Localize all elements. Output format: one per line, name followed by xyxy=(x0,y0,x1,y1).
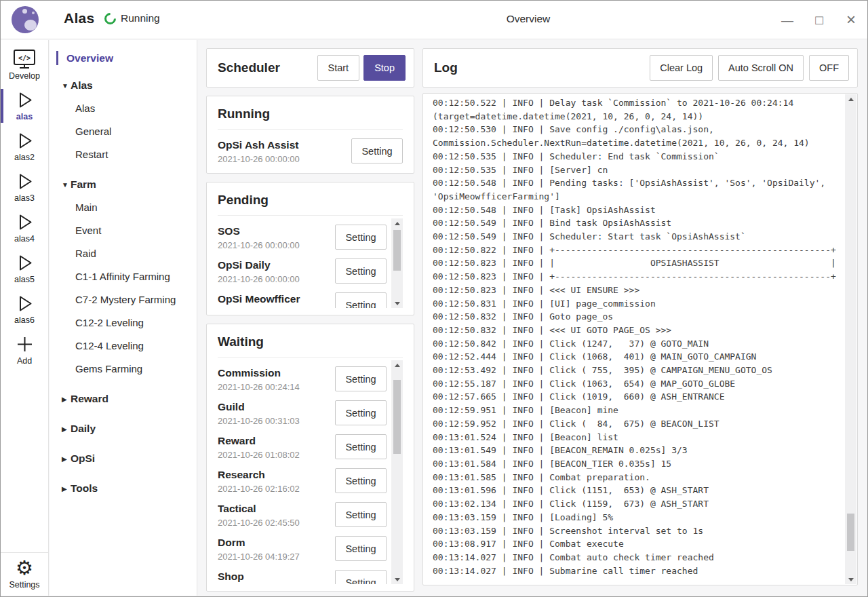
nav-item[interactable]: ▶Daily xyxy=(50,417,197,440)
log-lines: 00:12:50.522 | INFO | Delay task `Commis… xyxy=(433,96,840,582)
log-line: 00:12:55.187 | INFO | Click (1063, 654) … xyxy=(433,377,840,391)
nav-item[interactable]: General xyxy=(50,120,197,143)
scroll-up-arrow-icon[interactable] xyxy=(391,218,403,228)
task-name: Shop xyxy=(218,569,328,583)
task-setting-button[interactable]: Setting xyxy=(335,366,387,391)
waiting-scrollbar[interactable] xyxy=(391,360,403,584)
page-title: Overview xyxy=(197,13,859,25)
tree-arrow-icon: ▶ xyxy=(62,418,71,441)
tree-arrow-icon: ▼ xyxy=(62,75,71,98)
auto-scroll-on-button[interactable]: Auto Scroll ON xyxy=(718,55,804,81)
task-name: OpSi Meowfficer Farming xyxy=(218,292,328,308)
nav-item[interactable]: Main xyxy=(50,196,197,219)
nav-item[interactable]: ▼Alas xyxy=(50,74,197,97)
nav-item[interactable]: Restart xyxy=(50,143,197,166)
task-setting-button[interactable]: Setting xyxy=(335,434,387,459)
log-line: 00:12:50.822 | INFO | +-----------------… xyxy=(433,244,840,257)
nav-item[interactable]: Event xyxy=(50,219,197,242)
rail-item[interactable]: </> xyxy=(1,45,48,85)
nav-item[interactable]: ▶OpSi xyxy=(50,447,197,470)
rail-item[interactable]: </> xyxy=(1,167,48,208)
minimize-icon[interactable]: — xyxy=(781,14,794,26)
task-setting-button[interactable]: Setting xyxy=(335,258,387,284)
log-panel: 00:12:50.522 | INFO | Delay task `Commis… xyxy=(422,93,858,585)
maximize-icon[interactable]: □ xyxy=(812,14,826,26)
rail-item[interactable]: </> xyxy=(1,208,48,248)
nav-item-label: General xyxy=(75,126,111,137)
app-window: Alas Running Overview — □ × </> xyxy=(0,0,868,597)
task-setting-button[interactable]: Setting xyxy=(351,138,403,163)
nav-item-label: Restart xyxy=(75,149,108,160)
pending-scrollbar[interactable] xyxy=(391,218,403,308)
nav-item-label: Tools xyxy=(71,482,98,494)
start-button[interactable]: Start xyxy=(317,55,360,81)
task-setting-button[interactable]: Setting xyxy=(335,400,387,425)
rail-item[interactable]: </> xyxy=(1,248,48,289)
rail-item-label: Add xyxy=(17,356,32,366)
nav-item-label: C12-4 Leveling xyxy=(75,340,144,351)
tree-arrow-icon: ▶ xyxy=(62,478,71,501)
scrollbar-thumb[interactable] xyxy=(393,230,401,271)
scroll-up-arrow-icon[interactable] xyxy=(845,94,856,104)
nav-item-overview[interactable]: Overview xyxy=(56,49,197,67)
running-section: Running OpSi Ash Assist 2021-10-26 00:00… xyxy=(206,96,414,174)
log-scrollbar[interactable] xyxy=(845,94,856,584)
nav-item[interactable]: ▶Reward xyxy=(50,387,197,410)
task-setting-button[interactable]: Setting xyxy=(335,292,387,308)
play-icon xyxy=(14,130,35,151)
task-row: OpSi Meowfficer Farming Setting xyxy=(218,286,387,308)
nav-item-label: OpSi xyxy=(71,452,95,464)
task-row: OpSi Daily 2021-10-26 00:00:00 Setting xyxy=(218,252,387,286)
task-next-run-time: 2021-10-26 02:16:02 xyxy=(218,484,335,494)
nav-item-label: C12-2 Leveling xyxy=(75,317,144,328)
rail-item[interactable]: </> xyxy=(1,126,48,167)
log-line: 00:12:57.665 | INFO | Click (1019, 660) … xyxy=(433,390,840,404)
task-name: Dorm xyxy=(218,535,328,550)
task-row: OpSi Ash Assist 2021-10-26 00:00:00 Sett… xyxy=(218,132,403,166)
nav-item[interactable]: Alas xyxy=(50,97,197,120)
scroll-down-arrow-icon[interactable] xyxy=(845,575,856,584)
nav-item[interactable]: C12-4 Leveling xyxy=(50,334,197,358)
task-setting-button[interactable]: Setting xyxy=(335,468,387,493)
task-row: Dorm 2021-10-26 04:19:27 Setting xyxy=(218,530,387,564)
rail-item-label: alas3 xyxy=(14,193,35,203)
clear-log-button[interactable]: Clear Log xyxy=(650,55,713,81)
nav-item[interactable]: C12-2 Leveling xyxy=(50,311,197,334)
log-line: 00:13:01.549 | INFO | [BEACON_REMAIN 0.0… xyxy=(433,444,840,457)
scrollbar-thumb[interactable] xyxy=(393,380,401,454)
rail-item[interactable]: </> xyxy=(1,330,48,370)
running-spinner-icon xyxy=(102,10,118,26)
stop-button[interactable]: Stop xyxy=(363,55,406,81)
task-setting-button[interactable]: Setting xyxy=(335,536,387,561)
scrollbar-thumb[interactable] xyxy=(847,514,854,552)
auto-scroll-off-button[interactable]: OFF xyxy=(809,55,849,81)
nav-item[interactable]: C7-2 Mystery Farming xyxy=(50,288,197,311)
log-line: 00:13:03.159 | INFO | [Loading] 5% xyxy=(433,511,840,524)
rail-item[interactable]: </> xyxy=(1,85,48,126)
task-name: Guild xyxy=(218,400,328,414)
scroll-down-arrow-icon[interactable] xyxy=(391,298,403,308)
nav-item[interactable]: C1-1 Affinity Farming xyxy=(50,265,197,288)
task-next-run-time: 2021-10-26 00:31:03 xyxy=(218,416,335,426)
scroll-down-arrow-icon[interactable] xyxy=(391,575,403,584)
nav-item[interactable]: ▼Farm xyxy=(50,173,197,196)
play-icon xyxy=(14,252,35,273)
play-icon xyxy=(14,212,35,233)
scheduler-column: Scheduler Start Stop Running OpSi Ash As… xyxy=(206,48,414,592)
nav-item[interactable]: Gems Farming xyxy=(50,358,197,381)
scroll-up-arrow-icon[interactable] xyxy=(391,360,403,370)
task-setting-button[interactable]: Setting xyxy=(335,570,387,584)
task-setting-button[interactable]: Setting xyxy=(335,225,387,250)
log-line: 00:12:52.444 | INFO | Click (1068, 401) … xyxy=(433,350,840,364)
nav-item[interactable]: ▶Tools xyxy=(50,477,197,500)
nav-item[interactable]: Raid xyxy=(50,242,197,265)
task-name: Commission xyxy=(218,366,328,380)
task-setting-button[interactable]: Setting xyxy=(335,502,387,527)
rail-item-settings[interactable]: ⚙ Settings xyxy=(1,552,48,596)
rail-item-label: alas xyxy=(16,112,33,121)
gear-icon: ⚙ xyxy=(16,558,33,579)
rail-item[interactable]: </> xyxy=(1,289,48,330)
play-icon xyxy=(14,293,35,314)
log-line: 00:12:50.842 | INFO | Click (1247, 37) @… xyxy=(433,337,840,351)
close-icon[interactable]: × xyxy=(844,12,858,28)
